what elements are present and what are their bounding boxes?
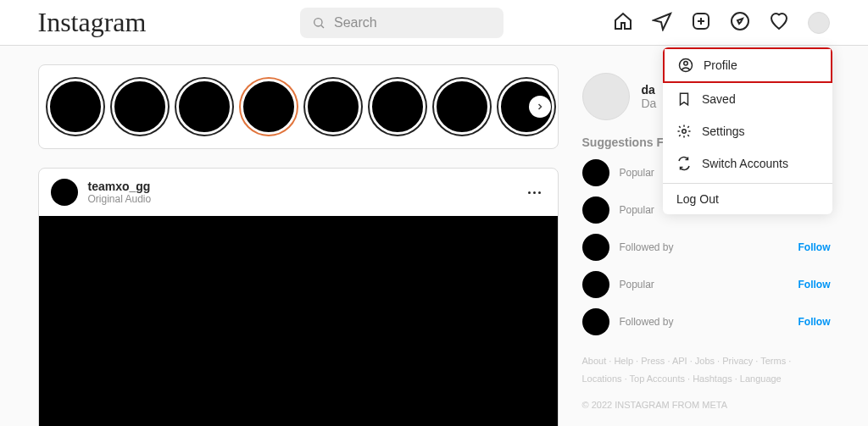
follow-link[interactable]: Follow [798,241,831,253]
bookmark-icon [676,91,692,107]
suggestion-row: Popular Follow [582,271,831,298]
story-item[interactable] [434,79,490,135]
story-item[interactable] [305,79,361,135]
svg-line-1 [321,25,324,28]
dropdown-item-label: Settings [702,124,745,138]
dropdown-item-logout[interactable]: Log Out [663,184,832,214]
svg-point-5 [732,13,748,30]
story-item[interactable] [241,79,297,135]
svg-point-8 [684,62,688,66]
search-icon [312,16,326,30]
dropdown-item-settings[interactable]: Settings [663,115,832,147]
svg-marker-6 [737,19,743,24]
footer-copyright: © 2022 INSTAGRAM FROM META [582,400,831,410]
home-icon[interactable] [613,11,633,35]
post-username[interactable]: teamxo_gg [88,180,152,193]
post-avatar[interactable] [51,179,78,206]
chevron-right-icon [535,102,545,112]
dropdown-item-saved[interactable]: Saved [663,83,832,115]
story-item[interactable] [112,79,168,135]
post-subtitle: Original Audio [88,193,152,205]
suggestion-subtitle: Followed by [620,241,674,253]
stories-next-button[interactable] [529,96,551,118]
footer-links[interactable]: About · Help · Press · API · Jobs · Priv… [582,352,831,388]
suggestion-avatar[interactable] [582,159,609,186]
me-displayname: Da [642,97,657,110]
suggestion-row: Followed by Follow [582,308,831,335]
suggestion-subtitle: Popular [620,279,654,290]
post-media[interactable] [39,216,558,426]
dropdown-item-label: Saved [702,92,736,106]
suggestion-avatar[interactable] [582,234,609,261]
dropdown-item-label: Switch Accounts [702,157,788,170]
story-item[interactable] [47,79,103,135]
dropdown-item-label: Profile [704,58,737,72]
post-more-button[interactable] [523,186,546,199]
suggestion-avatar[interactable] [582,196,609,224]
feed-post: teamxo_gg Original Audio [38,168,559,426]
profile-dropdown: Profile Saved Settings Switch Accounts L… [663,47,832,214]
me-username[interactable]: da [642,83,657,97]
gear-icon [676,124,692,139]
story-item[interactable] [370,79,426,135]
suggestion-row: Followed by Follow [582,234,831,261]
follow-link[interactable]: Follow [798,316,831,328]
svg-point-9 [682,130,687,134]
new-post-icon[interactable] [691,11,711,35]
search-input[interactable]: Search [300,8,504,38]
follow-link[interactable]: Follow [798,279,831,290]
me-avatar[interactable] [582,73,630,120]
suggestion-subtitle: Popular [620,204,654,216]
explore-icon[interactable] [730,11,750,35]
suggestion-subtitle: Popular [620,167,654,179]
messages-icon[interactable] [652,11,672,35]
search-placeholder: Search [334,15,377,30]
suggestion-avatar[interactable] [582,308,609,335]
switch-icon [676,156,692,171]
avatar-button[interactable] [808,12,830,34]
suggestion-subtitle: Followed by [620,316,674,328]
profile-circle-icon [678,58,693,73]
nav-icons [613,11,830,35]
logo[interactable]: Instagram [38,7,147,38]
dropdown-item-profile[interactable]: Profile [663,47,832,83]
story-item[interactable] [176,79,232,135]
dropdown-item-switch[interactable]: Switch Accounts [663,147,832,180]
topbar: Instagram Search [0,0,868,46]
stories-tray [38,64,559,149]
suggestion-avatar[interactable] [582,271,609,298]
svg-point-0 [314,18,322,25]
activity-icon[interactable] [769,11,789,35]
